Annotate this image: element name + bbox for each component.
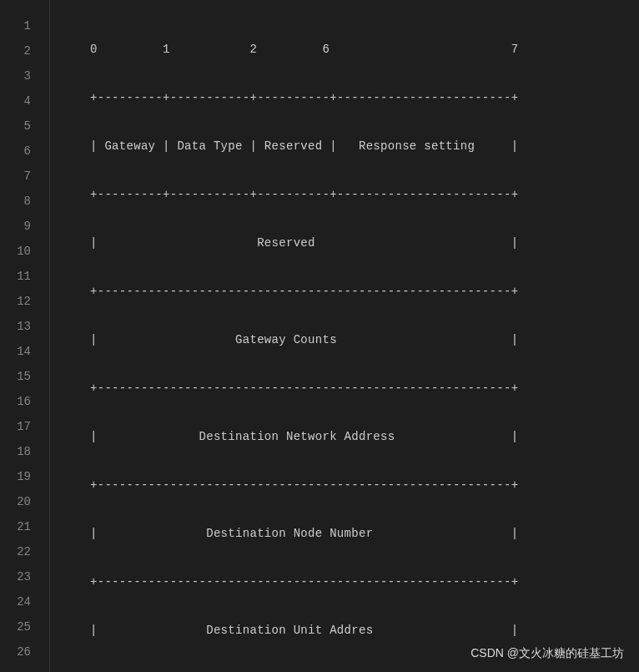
code-line: +---------------------------------------… <box>90 666 639 672</box>
line-number: 9 <box>0 214 31 239</box>
line-number: 23 <box>0 564 31 589</box>
code-line: 0 1 2 6 7 <box>90 37 639 62</box>
code-line: | Gateway Counts | <box>90 327 639 352</box>
code-line: +---------------------------------------… <box>90 569 639 594</box>
line-number: 12 <box>0 289 31 314</box>
line-number: 8 <box>0 189 31 214</box>
code-line: | Destination Network Address | <box>90 424 639 449</box>
line-number: 25 <box>0 614 31 639</box>
line-number: 26 <box>0 639 31 664</box>
code-line: | Destination Unit Addres | <box>90 618 639 643</box>
line-number: 18 <box>0 439 31 464</box>
code-editor: 1 2 3 4 5 6 7 8 9 10 11 12 13 14 15 16 1… <box>0 0 639 672</box>
line-number: 6 <box>0 139 31 164</box>
watermark-text: CSDN @文火冰糖的硅基工坊 <box>470 647 624 659</box>
line-number: 2 <box>0 38 31 63</box>
line-number: 17 <box>0 414 31 439</box>
code-line: | Destination Node Number | <box>90 521 639 546</box>
code-content[interactable]: 0 1 2 6 7 +---------+-----------+-------… <box>50 0 639 672</box>
code-line: +---------+-----------+----------+------… <box>90 182 639 207</box>
line-number: 19 <box>0 464 31 489</box>
line-number: 7 <box>0 164 31 189</box>
line-number: 24 <box>0 589 31 614</box>
line-number: 3 <box>0 63 31 88</box>
line-number: 14 <box>0 339 31 364</box>
code-line: +---------------------------------------… <box>90 472 639 498</box>
line-number: 20 <box>0 489 31 514</box>
line-number: 11 <box>0 264 31 289</box>
line-number: 22 <box>0 539 31 564</box>
line-number: 15 <box>0 364 31 389</box>
code-line: | Reserved | <box>90 230 639 255</box>
line-number: 4 <box>0 88 31 114</box>
line-number: 1 <box>0 13 31 38</box>
line-number: 21 <box>0 514 31 539</box>
line-number: 10 <box>0 239 31 264</box>
code-line: +---------------------------------------… <box>90 376 639 401</box>
line-number: 16 <box>0 389 31 414</box>
line-number: 5 <box>0 114 31 139</box>
line-number-gutter: 1 2 3 4 5 6 7 8 9 10 11 12 13 14 15 16 1… <box>0 0 50 672</box>
code-line: +---------------------------------------… <box>90 279 639 304</box>
line-number: 13 <box>0 314 31 339</box>
code-line: | Gateway | Data Type | Reserved | Respo… <box>90 134 639 159</box>
code-line: +---------+-----------+----------+------… <box>90 85 639 110</box>
